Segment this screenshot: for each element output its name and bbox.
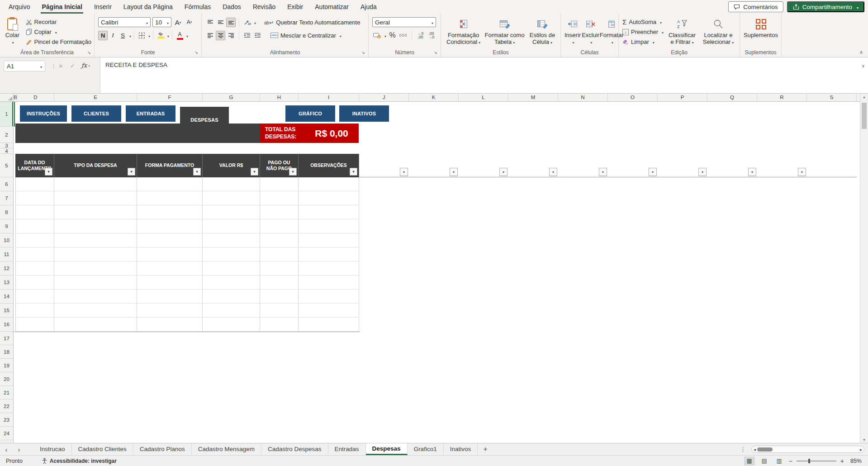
filter-dropdown-icon[interactable] bbox=[499, 168, 508, 176]
filter-dropdown-icon[interactable] bbox=[289, 168, 297, 176]
scroll-right-icon[interactable] bbox=[860, 447, 862, 452]
table-header-cell[interactable]: PAGO OU NÃO PAGO bbox=[260, 154, 299, 177]
filter-dropdown-icon[interactable] bbox=[193, 168, 201, 176]
row-header[interactable]: 21 bbox=[0, 386, 13, 399]
dialog-launcher-icon[interactable] bbox=[360, 50, 366, 55]
sheet-tab[interactable]: Cadastro Mensagem bbox=[192, 443, 261, 455]
column-header[interactable]: R bbox=[757, 94, 807, 101]
row-header[interactable]: 23 bbox=[0, 413, 13, 427]
column-header[interactable]: G bbox=[203, 94, 260, 101]
fill-button[interactable]: Preencher bbox=[622, 27, 664, 37]
filter-dropdown-icon[interactable] bbox=[698, 168, 707, 176]
filter-dropdown-icon[interactable] bbox=[128, 168, 135, 176]
sheet-tab[interactable]: Instrucao bbox=[33, 443, 72, 455]
decrease-decimal-button[interactable]: ,00→0 bbox=[427, 31, 436, 40]
enter-icon[interactable] bbox=[70, 62, 75, 69]
sheet-nav-button[interactable]: INATIVOS bbox=[339, 105, 389, 122]
row-header[interactable]: 14 bbox=[0, 290, 13, 304]
insert-cells-button[interactable]: Inserir bbox=[564, 16, 581, 49]
cell-styles-button[interactable]: Estilos de Célula bbox=[527, 16, 558, 49]
accessibility-status[interactable]: Acessibilidade: investigar bbox=[42, 458, 117, 464]
borders-button[interactable] bbox=[137, 31, 147, 40]
filter-dropdown-icon[interactable] bbox=[549, 168, 557, 176]
ribbon-tab[interactable]: Exibir bbox=[281, 0, 309, 14]
sheet-nav-button[interactable]: ENTRADAS bbox=[126, 105, 175, 122]
row-header[interactable]: 7 bbox=[0, 191, 13, 205]
sheet-tab[interactable]: Entradas bbox=[328, 443, 366, 455]
row-header[interactable]: 8 bbox=[0, 205, 13, 219]
collapse-ribbon-icon[interactable] bbox=[859, 49, 863, 55]
shrink-font-button[interactable] bbox=[185, 18, 194, 27]
row-header[interactable]: 10 bbox=[0, 233, 13, 247]
table-body-column[interactable] bbox=[260, 177, 299, 332]
column-header[interactable]: B( bbox=[14, 94, 17, 101]
normal-view-button[interactable] bbox=[744, 456, 755, 466]
filter-dropdown-icon[interactable] bbox=[649, 168, 657, 176]
select-all-corner[interactable] bbox=[0, 94, 14, 102]
align-middle-button[interactable] bbox=[216, 18, 225, 27]
horizontal-scroll-thumb[interactable] bbox=[757, 447, 773, 452]
clear-button[interactable]: Limpar bbox=[622, 37, 664, 47]
vertical-scrollbar[interactable] bbox=[860, 94, 868, 443]
row-header[interactable]: 4 bbox=[0, 148, 13, 154]
align-top-button[interactable] bbox=[205, 18, 215, 27]
horizontal-scrollbar[interactable] bbox=[751, 446, 864, 453]
ribbon-tab[interactable]: Dados bbox=[217, 0, 247, 14]
orientation-button[interactable]: ab bbox=[242, 18, 252, 27]
column-header[interactable]: S bbox=[807, 94, 857, 101]
column-header[interactable]: K bbox=[409, 94, 459, 101]
insert-function-icon[interactable] bbox=[81, 62, 90, 69]
column-header[interactable]: H bbox=[260, 94, 299, 101]
table-body[interactable] bbox=[14, 177, 360, 332]
row-header[interactable]: 1 bbox=[0, 102, 13, 127]
ribbon-tab[interactable]: Arquivo bbox=[3, 0, 36, 14]
row-header[interactable]: 18 bbox=[0, 345, 13, 359]
zoom-in-button[interactable] bbox=[840, 457, 844, 465]
row-header[interactable]: 22 bbox=[0, 399, 13, 413]
sheet-nav-button[interactable]: GRÁFICO bbox=[285, 105, 335, 122]
sheet-tab[interactable]: Cadastro Clientes bbox=[72, 443, 133, 455]
filter-dropdown-icon[interactable] bbox=[748, 168, 756, 176]
ribbon-tab[interactable]: Layout da Página bbox=[118, 0, 179, 14]
table-body-column[interactable] bbox=[54, 177, 137, 332]
sheet-tab[interactable]: Cadastro Planos bbox=[133, 443, 192, 455]
row-header[interactable]: 13 bbox=[0, 276, 13, 290]
zoom-slider-thumb[interactable] bbox=[808, 459, 810, 463]
autosum-button[interactable]: AutoSoma bbox=[622, 17, 664, 27]
table-body-column[interactable] bbox=[15, 177, 54, 332]
comma-style-button[interactable] bbox=[398, 31, 408, 40]
filter-dropdown-icon[interactable] bbox=[798, 168, 806, 176]
ribbon-tab[interactable]: Fórmulas bbox=[179, 0, 217, 14]
page-layout-view-button[interactable] bbox=[759, 456, 770, 466]
vertical-scroll-thumb[interactable] bbox=[862, 103, 867, 129]
align-bottom-button[interactable] bbox=[226, 18, 236, 27]
table-header-cell[interactable]: TIPO DA DESPESA bbox=[54, 154, 137, 177]
increase-decimal-button[interactable]: ←0,00 bbox=[416, 31, 425, 40]
zoom-slider[interactable] bbox=[797, 458, 836, 464]
page-break-view-button[interactable] bbox=[774, 456, 785, 466]
ribbon-tab[interactable]: Página Inicial bbox=[36, 0, 88, 14]
ribbon-tab[interactable]: Revisão bbox=[247, 0, 282, 14]
scroll-up-icon[interactable] bbox=[860, 95, 868, 99]
ribbon-tab[interactable]: Automatizar bbox=[309, 0, 355, 14]
row-header[interactable]: 5 bbox=[0, 154, 13, 177]
row-header[interactable]: 15 bbox=[0, 304, 13, 318]
column-header[interactable]: O bbox=[608, 94, 658, 101]
sheet-nav-button[interactable]: INSTRUÇÕES bbox=[20, 105, 67, 122]
next-sheet-icon[interactable] bbox=[13, 443, 25, 455]
filter-dropdown-icon[interactable] bbox=[45, 168, 52, 176]
filter-dropdown-icon[interactable] bbox=[450, 168, 458, 176]
formula-bar-expand-icon[interactable] bbox=[862, 63, 865, 68]
row-header[interactable]: 6 bbox=[0, 177, 13, 191]
column-header[interactable]: F bbox=[137, 94, 203, 101]
sort-filter-button[interactable]: AZ Classificar e Filtrar bbox=[667, 16, 697, 49]
accounting-format-button[interactable] bbox=[372, 31, 382, 40]
grow-font-button[interactable] bbox=[173, 18, 183, 27]
zoom-level[interactable]: 85% bbox=[848, 458, 862, 464]
row-header[interactable]: 20 bbox=[0, 372, 13, 386]
row-header[interactable]: 16 bbox=[0, 318, 13, 332]
sheet-tab[interactable]: Cadastro Despesas bbox=[261, 443, 328, 455]
addins-button[interactable]: Suplementos bbox=[744, 16, 778, 39]
format-as-table-button[interactable]: Formatar como Tabela bbox=[484, 16, 525, 49]
table-header-cell[interactable]: DATA DO LANÇAMENTO bbox=[15, 154, 54, 177]
